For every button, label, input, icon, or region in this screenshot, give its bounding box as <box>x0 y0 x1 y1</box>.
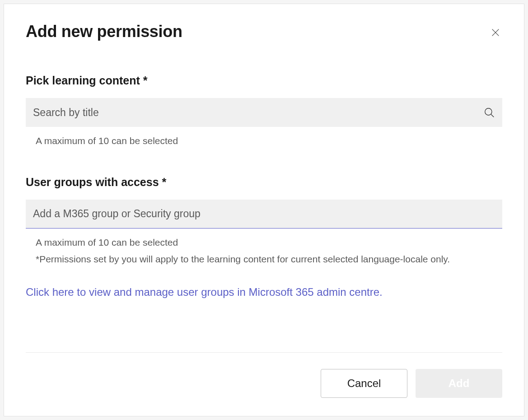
add-permission-dialog: Add new permission Pick learning content… <box>4 4 524 416</box>
user-groups-input-wrap <box>26 200 502 229</box>
dialog-title: Add new permission <box>26 22 182 41</box>
add-button[interactable]: Add <box>416 369 502 398</box>
user-groups-helper-2: *Permissions set by you will apply to th… <box>36 252 502 267</box>
user-groups-label: User groups with access * <box>26 176 502 189</box>
user-groups-field: User groups with access * A maximum of 1… <box>26 176 502 267</box>
learning-content-search-input[interactable] <box>33 107 479 119</box>
search-icon <box>483 107 495 118</box>
learning-content-label: Pick learning content * <box>26 74 502 87</box>
user-groups-input[interactable] <box>33 208 495 220</box>
manage-groups-link[interactable]: Click here to view and manage user group… <box>26 286 502 299</box>
user-groups-helper-1: A maximum of 10 can be selected <box>36 235 502 250</box>
learning-content-helper: A maximum of 10 can be selected <box>36 133 502 149</box>
learning-content-input-wrap <box>26 98 502 127</box>
dialog-header: Add new permission <box>26 22 502 42</box>
learning-content-field: Pick learning content * A maximum of 10 … <box>26 74 502 149</box>
svg-line-3 <box>491 114 494 117</box>
dialog-footer: Cancel Add <box>26 352 502 398</box>
close-button[interactable] <box>487 24 504 42</box>
close-icon <box>491 28 500 37</box>
svg-point-2 <box>485 108 492 115</box>
cancel-button[interactable]: Cancel <box>321 369 407 398</box>
